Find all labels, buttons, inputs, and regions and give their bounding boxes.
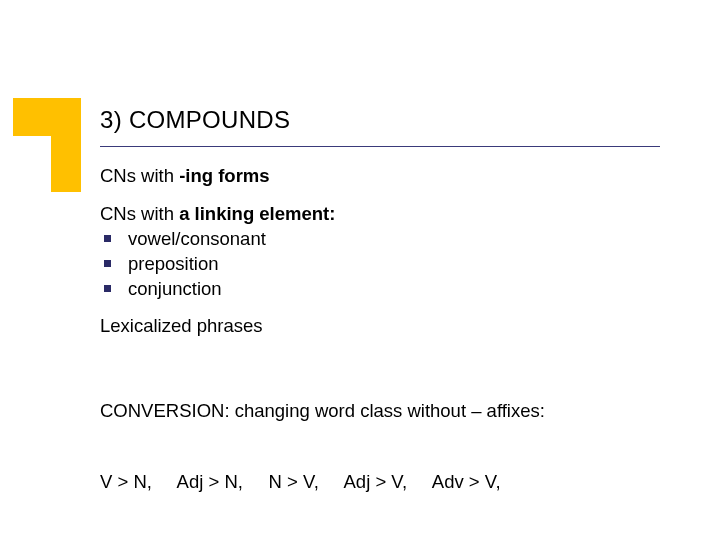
square-bullet-icon bbox=[104, 260, 111, 267]
text-linking-element: a linking element: bbox=[179, 203, 335, 224]
accent-bar-side bbox=[51, 136, 81, 192]
accent-bar-top bbox=[13, 98, 81, 136]
title-underline bbox=[100, 146, 660, 147]
list-item: conjunction bbox=[100, 277, 670, 301]
conversion-line-1: CONVERSION: changing word class without … bbox=[100, 399, 670, 423]
paragraph-conversion: CONVERSION: changing word class without … bbox=[100, 352, 670, 540]
slide-title: 3) COMPOUNDS bbox=[100, 106, 290, 134]
list-item: preposition bbox=[100, 252, 670, 276]
list-item: vowel/consonant bbox=[100, 227, 670, 251]
paragraph-linking-element: CNs with a linking element: bbox=[100, 202, 670, 226]
text-ing-forms: -ing forms bbox=[179, 165, 269, 186]
paragraph-ing-forms: CNs with -ing forms bbox=[100, 164, 670, 188]
slide-body: CNs with -ing forms CNs with a linking e… bbox=[100, 164, 670, 540]
bullet-text: conjunction bbox=[128, 278, 222, 299]
paragraph-lexicalized: Lexicalized phrases bbox=[100, 314, 670, 338]
square-bullet-icon bbox=[104, 285, 111, 292]
square-bullet-icon bbox=[104, 235, 111, 242]
bullet-text: preposition bbox=[128, 253, 219, 274]
conversion-line-2: V > N, Adj > N, N > V, Adj > V, Adv > V, bbox=[100, 470, 670, 494]
bullet-text: vowel/consonant bbox=[128, 228, 266, 249]
slide: 3) COMPOUNDS CNs with -ing forms CNs wit… bbox=[0, 0, 720, 540]
text-cns-with-2: CNs with bbox=[100, 203, 179, 224]
bullet-list-linking: vowel/consonant preposition conjunction bbox=[100, 227, 670, 300]
text-cns-with-1: CNs with bbox=[100, 165, 179, 186]
